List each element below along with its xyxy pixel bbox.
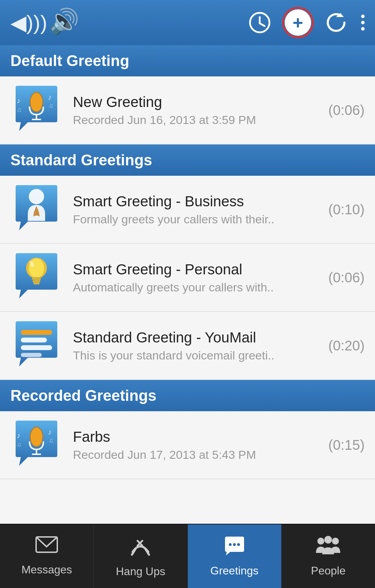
mic-bubble-icon: ♪ ♫ ♪ ♫: [10, 84, 62, 136]
item-content-farbs: Farbs Recorded Jun 17, 2013 at 5:43 PM: [73, 429, 322, 462]
item-subtitle-new-greeting: Recorded Jun 16, 2013 at 3:59 PM: [73, 113, 322, 127]
messages-icon: [35, 536, 58, 560]
content-area: Default Greeting ♪ ♫: [0, 45, 375, 524]
list-item-smart-personal[interactable]: Smart Greeting - Personal Automatically …: [0, 244, 375, 312]
nav-label-people: People: [311, 564, 346, 577]
section-standard-title: Standard Greetings: [10, 151, 152, 168]
bottom-nav: Messages Hang Ups Greetings: [0, 524, 375, 588]
list-item-new-greeting[interactable]: ♪ ♫ ♪ ♫ New Greeting Recorded Jun 16, 20…: [0, 76, 375, 144]
svg-text:🔊: 🔊: [49, 7, 78, 36]
svg-text:♪: ♪: [17, 431, 20, 440]
svg-text:♫: ♫: [49, 102, 53, 109]
item-subtitle-youmail: This is your standard voicemail greeti..: [73, 349, 322, 362]
section-standard-header: Standard Greetings: [0, 144, 375, 176]
nav-item-messages[interactable]: Messages: [0, 524, 94, 588]
nav-label-messages: Messages: [22, 563, 72, 576]
svg-rect-20: [33, 282, 40, 284]
nav-item-greetings[interactable]: Greetings: [188, 524, 282, 588]
svg-point-40: [233, 543, 236, 546]
mic-bubble-icon-2: ♪ ♫ ♪ ♫: [10, 419, 62, 471]
list-item-farbs[interactable]: ♪ ♫ ♪ ♫ Farbs Recorded Jun 17, 2013 at 5…: [0, 411, 375, 479]
svg-line-36: [145, 549, 149, 555]
svg-point-44: [332, 538, 339, 545]
svg-rect-18: [32, 277, 41, 280]
section-default-header: Default Greeting: [0, 45, 375, 76]
top-bar-left: ◀))) 🔊: [10, 7, 78, 38]
item-title-youmail: Standard Greeting - YouMail: [73, 329, 322, 346]
svg-rect-22: [21, 330, 52, 335]
content-spacer: [0, 479, 375, 524]
svg-rect-19: [33, 280, 40, 282]
svg-rect-25: [21, 353, 42, 357]
svg-point-42: [317, 538, 324, 545]
bulb-bubble-icon: [10, 251, 62, 304]
svg-rect-29: [31, 435, 42, 446]
item-content-smart-personal: Smart Greeting - Personal Automatically …: [73, 261, 322, 294]
item-title-farbs: Farbs: [73, 429, 322, 445]
svg-point-41: [237, 543, 240, 546]
item-duration-farbs: (0:15): [328, 437, 365, 453]
svg-point-43: [324, 536, 332, 544]
person-bubble-icon: [10, 183, 62, 235]
svg-line-3: [260, 23, 265, 26]
add-button[interactable]: +: [285, 9, 311, 36]
item-subtitle-smart-personal: Automatically greets your callers with..: [73, 281, 322, 294]
item-content-new-greeting: New Greeting Recorded Jun 16, 2013 at 3:…: [73, 94, 322, 127]
history-button[interactable]: [247, 10, 272, 35]
item-title-smart-personal: Smart Greeting - Personal: [73, 261, 322, 278]
svg-text:♪: ♪: [48, 428, 52, 436]
svg-rect-23: [21, 338, 47, 342]
svg-rect-8: [31, 100, 42, 111]
svg-text:♪: ♪: [48, 93, 52, 101]
people-icon: [315, 536, 341, 561]
section-default-title: Default Greeting: [10, 52, 129, 69]
top-bar: ◀))) 🔊 +: [0, 0, 375, 45]
section-recorded-header: Recorded Greetings: [0, 380, 375, 411]
top-bar-right: +: [247, 9, 365, 36]
hangups-icon: [129, 535, 152, 562]
greetings-icon: [223, 536, 246, 561]
list-item-youmail[interactable]: Standard Greeting - YouMail This is your…: [0, 312, 375, 380]
lines-bubble-icon: [10, 320, 62, 372]
refresh-button[interactable]: [324, 10, 349, 35]
item-duration-smart-business: (0:10): [328, 202, 365, 217]
nav-item-people[interactable]: People: [282, 524, 375, 588]
sound-waves-icon: 🔊: [47, 7, 78, 38]
item-title-new-greeting: New Greeting: [73, 94, 322, 110]
more-button[interactable]: [361, 15, 365, 31]
item-duration-smart-personal: (0:06): [328, 270, 365, 285]
item-duration-new-greeting: (0:06): [328, 102, 365, 118]
svg-line-35: [132, 549, 135, 555]
svg-text:♫: ♫: [17, 441, 22, 448]
svg-rect-24: [21, 345, 52, 350]
svg-point-13: [29, 189, 44, 204]
nav-label-greetings: Greetings: [210, 564, 259, 577]
svg-text:♫: ♫: [17, 106, 22, 113]
item-title-smart-business: Smart Greeting - Business: [73, 193, 322, 210]
list-item-smart-business[interactable]: Smart Greeting - Business Formally greet…: [0, 176, 375, 244]
nav-item-hangups[interactable]: Hang Ups: [94, 524, 188, 588]
item-duration-youmail: (0:20): [328, 338, 365, 354]
svg-text:♫: ♫: [49, 437, 53, 444]
svg-text:♪: ♪: [17, 96, 20, 105]
section-recorded-title: Recorded Greetings: [10, 387, 157, 404]
item-content-youmail: Standard Greeting - YouMail This is your…: [73, 329, 322, 362]
nav-label-hangups: Hang Ups: [116, 565, 165, 578]
item-content-smart-business: Smart Greeting - Business Formally greet…: [73, 193, 322, 226]
svg-point-39: [229, 543, 232, 546]
sound-icon: ◀))): [10, 10, 47, 35]
item-subtitle-farbs: Recorded Jun 17, 2013 at 5:43 PM: [73, 448, 322, 462]
item-subtitle-smart-business: Formally greets your callers with their.…: [73, 213, 322, 226]
